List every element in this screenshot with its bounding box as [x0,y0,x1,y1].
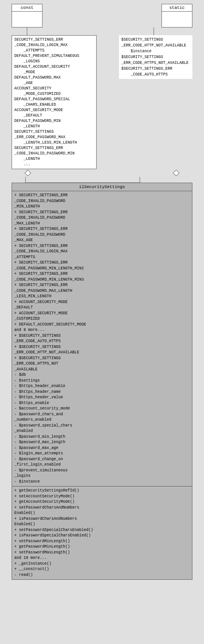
attribute-item: + $SECURITY_SETTINGS [14,333,190,339]
method-item: + setPasswordMaxLength() [14,550,190,556]
attribute-item: + ACCOUNT_SECURITY_MODE [14,311,190,317]
constant-item: DEFAULT_ACCOUNT_SECURITY [14,64,94,70]
attribute-item: _AVAILABLE [14,367,190,373]
attribute-item: _ERR_CODE_HTTP_NOT_AVAILABLE [14,350,190,356]
method-item: and 19 more... [14,555,190,561]
const-box: const [12,4,42,27]
static-item: _CODE_AUTO_HTTPS [121,72,190,77]
constants-box: SECURITY_SETTINGS_ERR_CODE_INVALID_LOGIN… [12,35,97,169]
class-name: ilSecuritySettings [12,183,192,191]
attribute-item: - $password_special_chars [14,423,190,429]
attribute-item: and 8 more... [14,327,190,333]
top-row: const static [4,4,200,27]
attribute-item: _CODE_INVALID_PASSWORD [14,215,190,221]
method-item: + getPasswordMinLength() [14,544,190,550]
attribute-item: + SECURITY_SETTINGS_ERR [14,210,190,216]
const-label: const [12,4,42,12]
static-item: $SECURITY_SETTINGS [121,54,190,60]
constant-item: ... [14,162,94,167]
attribute-item: _MAX_LENGTH [14,221,190,227]
static-values-list: $SECURITY_SETTINGS_ERR_CODE_HTTP_NOT_AVA… [121,37,190,77]
constant-item: DEFAULT_PREVENT_SIMULTANEOUS [14,53,94,59]
constants-list: SECURITY_SETTINGS_ERR_CODE_INVALID_LOGIN… [14,37,94,167]
diamonds-row [4,171,200,175]
method-item: Enabled() [14,522,190,528]
attributes-section: + SECURITY_SETTINGS_ERR_CODE_INVALID_PAS… [12,191,192,486]
method-item: + _getInstance() [14,561,190,567]
method-item: + getSecuritySettingsRefId() [14,488,190,494]
constant-item: ACCOUNT_SECURITY [14,86,94,91]
attribute-item: - $instance [14,479,190,485]
constant-item: _MODE [14,70,94,75]
attribute-item: _first_login_enabled [14,462,190,468]
const-body [12,12,42,27]
attribute-item: - $https_header_value [14,395,190,401]
constant-item: _ATTEMPTS [14,48,94,53]
method-item: + isPasswordSpecialCharsEnabled() [14,533,190,539]
constant-item: _MODE_CUSTOMIZED [14,91,94,97]
attribute-item: _ERR_CODE_HTTPS_NOT [14,361,190,367]
attribute-item: - $password_chars_and [14,412,190,418]
attribute-item: _CODE_INVALID_PASSWORD [14,232,190,238]
attribute-item: _CODE_INVALID_PASSWORD [14,199,190,204]
attributes-list: + SECURITY_SETTINGS_ERR_CODE_INVALID_PAS… [14,193,190,485]
attribute-item: - $https_header_enable [14,384,190,389]
static-item: $instance [121,48,190,54]
constant-item: _AGE [14,80,94,86]
attribute-item: + DEFAULT_ACCOUNT_SECURITY_MODE [14,322,190,328]
constant-item: _LENGTH_LESS_MIN_LENGTH [14,140,94,146]
top-connectors-svg [12,27,200,35]
attribute-item: _enabled [14,428,190,434]
class-box: ilSecuritySettings + SECURITY_SETTINGS_E… [12,183,192,580]
attribute-item: _CODE_PASSWORD_MIN_LENGTH_MIN2 [14,266,190,272]
attribute-item: - $password_min_length [14,434,190,440]
constant-item: DEFAULT_PASSWORD_MAX [14,75,94,80]
attribute-item: - $password_max_length [14,440,190,445]
attribute-item: + SECURITY_SETTINGS_ERR [14,243,190,249]
method-item: + __construct() [14,567,190,572]
attribute-item: + SECURITY_SETTINGS_ERR [14,226,190,232]
methods-section: + getSecuritySettingsRefId()+ setAccount… [12,486,192,579]
attribute-item: _MAX_AGE [14,238,190,243]
attribute-item: + $SECURITY_SETTINGS [14,356,190,361]
attribute-item: _numbers_enabled [14,417,190,423]
attribute-item: - $db [14,372,190,378]
attribute-item: _logins [14,473,190,479]
attribute-item: - $settings [14,378,190,384]
attribute-item: - $password_change_on [14,457,190,462]
attribute-item: - $prevent_simultaneous [14,468,190,474]
static-body [162,12,192,27]
constant-item: _CODE_INVALID_LOGIN_MAX [14,43,94,48]
right-diamond [173,170,180,176]
constant-item: _LOGINS [14,59,94,64]
attribute-item: + SECURITY_SETTINGS_ERR [14,193,190,199]
constant-item: SECURITY_SETTINGS_ERR [14,37,94,43]
constant-item: DEFAULT_PASSWORD_MIN [14,118,94,124]
attribute-item: + SECURITY_SETTINGS_ERR [14,271,190,277]
attribute-item: - $https_header_name [14,389,190,395]
method-item: + setAccountSecurityMode() [14,494,190,500]
constant-item: ACCOUNT_SECURITY_MODE [14,108,94,113]
static-item: _ERR_CODE_HTTPS_NOT_AVAILABLE [121,60,190,66]
diagram: const static SECURITY_SETTINGS_ERR_CODE_… [0,0,204,584]
left-diamond [25,170,31,176]
bottom-connectors-svg [12,177,200,183]
attribute-item: - $https_enable [14,401,190,406]
attribute-item: _LESS_MIN_LENGTH [14,294,190,300]
static-item: _ERR_CODE_HTTP_NOT_AVAILABLE [121,43,190,48]
constant-item: _LENGTH [14,156,94,162]
attribute-item: _ERR_CODE_AUTO_HTTPS [14,339,190,344]
static-label: static [162,4,192,12]
method-item: + getAccountSecurityMode() [14,499,190,505]
method-item: Enabled() [14,510,190,516]
constant-item: SECURITY_SETTINGS [14,129,94,135]
attribute-item: - $password_max_age [14,445,190,451]
constant-item: SECURITY_SETTINGS_ERR [14,146,94,151]
methods-list: + getSecuritySettingsRefId()+ setAccount… [14,488,190,578]
attribute-item: _DEFAULT [14,305,190,311]
method-item: - read() [14,572,190,578]
static-item: $SECURITY_SETTINGS_ERR [121,66,190,72]
static-box: static [162,4,192,27]
constant-item: _LENGTH [14,124,94,129]
constant-item: _CODE_INVALID_PASSWORD_MIN [14,151,94,156]
